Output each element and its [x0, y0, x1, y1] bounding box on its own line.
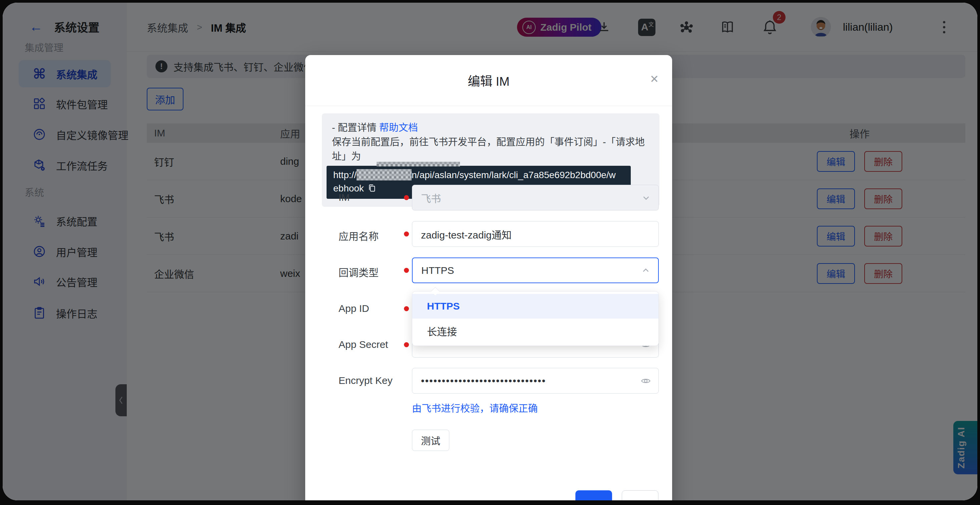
required-dot [404, 306, 409, 311]
required-dot [404, 268, 409, 273]
callback-type-field-label: 回调类型 [339, 264, 379, 279]
im-field-label: IM [339, 192, 350, 203]
app-id-field-label: App ID [339, 303, 369, 314]
confirm-button[interactable] [575, 490, 612, 500]
modal-title: 编辑 IM [468, 72, 509, 89]
required-dot [404, 231, 409, 236]
redacted-host [356, 169, 412, 180]
encrypt-key-input[interactable]: •••••••••••••••••••••••••••••• [412, 368, 659, 393]
close-icon[interactable]: ✕ [650, 74, 659, 84]
required-dot [404, 342, 409, 347]
im-select[interactable]: 飞书 [412, 185, 659, 210]
copy-icon[interactable] [367, 183, 377, 193]
cancel-button[interactable] [622, 490, 659, 500]
eye-icon[interactable] [640, 376, 651, 386]
encrypt-key-field-label: Encrypt Key [339, 375, 393, 386]
encrypt-key-hint: 由飞书进行校验，请确保正确 [412, 401, 538, 414]
chevron-down-icon [641, 193, 651, 203]
help-doc-link[interactable]: 帮助文档 [379, 123, 418, 133]
redacted-mosaic [377, 162, 460, 166]
app-window: ← 系统设置 集成管理 ⌘ 系统集成 软件包管理 自定义镜像管理 工作流任务 系 [3, 3, 977, 500]
callback-type-select[interactable]: HTTPS [412, 258, 659, 283]
app-name-input[interactable]: zadig-test-zadig通知 [412, 221, 659, 247]
modal-header: 编辑 IM ✕ [305, 55, 672, 106]
test-button[interactable]: 测试 [412, 430, 449, 451]
callback-type-dropdown: HTTPS 长连接 [412, 291, 659, 346]
dropdown-option-longconn[interactable]: 长连接 [412, 319, 659, 343]
app-secret-field-label: App Secret [339, 339, 388, 350]
chevron-up-icon [641, 266, 651, 276]
app-name-field-label: 应用名称 [339, 228, 379, 243]
required-dot [404, 195, 409, 200]
dropdown-option-https[interactable]: HTTPS [412, 294, 659, 319]
edit-im-modal: 编辑 IM ✕ - 配置详情 帮助文档 保存当前配置后，前往飞书开发平台，配置应… [305, 55, 672, 500]
